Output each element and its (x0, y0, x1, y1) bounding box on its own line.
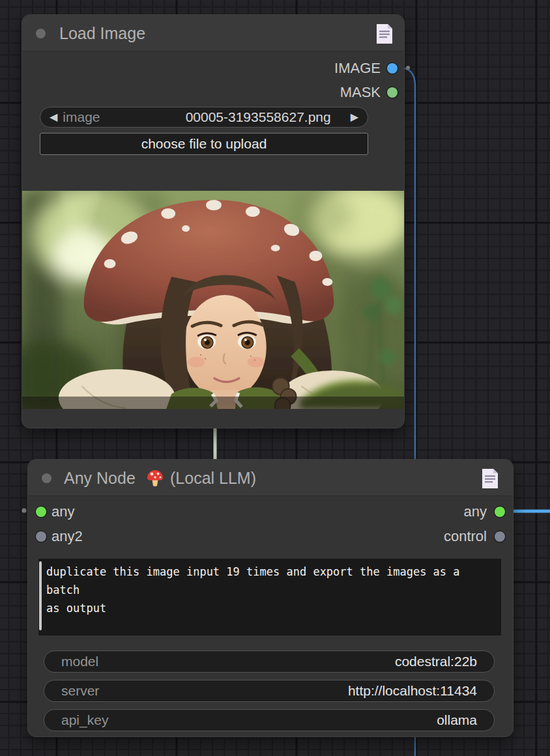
widget-value: codestral:22b (98, 654, 477, 669)
combo-prev-arrow[interactable]: ◀ (50, 107, 57, 128)
server-widget[interactable]: server http://localhost:11434 (44, 680, 495, 702)
image-output-port[interactable] (387, 63, 398, 74)
image-file-combo[interactable]: ◀ image 00005-3193558627.png ▶ (40, 107, 368, 128)
slot-label: control (444, 528, 487, 544)
document-icon[interactable] (482, 468, 499, 489)
slot-label: IMAGE (334, 60, 381, 76)
widget-label: api_key (61, 712, 108, 728)
any-input-port[interactable] (36, 507, 46, 517)
widget-value: ollama (108, 712, 477, 728)
output-slot-mask: MASK (340, 85, 381, 100)
slot-label: any (51, 503, 74, 520)
textarea-scrollbar[interactable] (39, 561, 42, 630)
input-slot-any: any (51, 505, 74, 519)
link-stub-dot (406, 66, 410, 70)
node-header[interactable]: Any Node (Local LLM) (28, 460, 513, 496)
node-title: Load Image (59, 15, 145, 51)
widget-label: server (61, 683, 99, 699)
link-stub-dot (22, 509, 27, 513)
widget-value: http://localhost:11434 (99, 683, 477, 699)
node-graph-canvas[interactable]: Load Image IMAGE MASK ◀ image 00005-3193… (0, 0, 550, 756)
mask-output-port[interactable] (387, 87, 398, 98)
model-widget[interactable]: model codestral:22b (44, 651, 495, 673)
prompt-textarea[interactable]: duplicate this image input 19 times and … (38, 559, 501, 636)
combo-label: image (63, 109, 100, 125)
any-output-port[interactable] (495, 507, 505, 517)
choose-file-button[interactable]: choose file to upload (40, 133, 368, 155)
slot-label: any2 (51, 528, 83, 544)
image-preview (22, 191, 404, 409)
collapse-dot[interactable] (36, 29, 46, 38)
api-key-widget[interactable]: api_key ollama (44, 709, 495, 731)
mushroom-icon (147, 469, 164, 486)
control-output-port[interactable] (495, 531, 505, 542)
combo-next-arrow[interactable]: ▶ (351, 107, 358, 128)
widget-label: model (61, 654, 98, 669)
node-header[interactable]: Load Image (22, 15, 404, 51)
document-icon[interactable] (376, 23, 393, 44)
load-image-node[interactable]: Load Image IMAGE MASK ◀ image 00005-3193… (22, 14, 405, 428)
combo-value: 00005-3193558627.png (100, 109, 351, 125)
any2-input-port[interactable] (36, 531, 46, 542)
any-node-local-llm[interactable]: Any Node (Local LLM) any (27, 459, 514, 737)
collapse-dot[interactable] (42, 473, 51, 483)
output-slot-image: IMAGE (334, 61, 381, 76)
slot-label: any (464, 503, 487, 520)
output-slot-any: any (464, 505, 487, 519)
input-slot-any2: any2 (51, 529, 83, 544)
slot-label: MASK (340, 84, 381, 100)
node-title-suffix: (Local LLM) (170, 460, 256, 496)
output-slot-control: control (444, 529, 487, 544)
node-title-prefix: Any Node (64, 460, 136, 496)
